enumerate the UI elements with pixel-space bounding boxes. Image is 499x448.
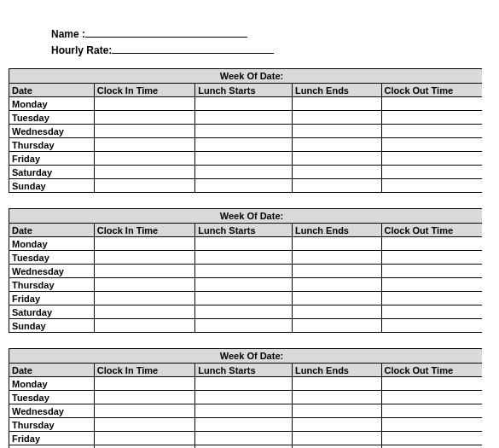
clock-in-column-header: Clock In Time xyxy=(94,84,194,97)
time-cell[interactable] xyxy=(94,278,194,292)
table-row: Monday xyxy=(9,377,483,391)
time-cell[interactable] xyxy=(293,404,382,418)
time-cell[interactable] xyxy=(94,97,194,111)
time-cell[interactable] xyxy=(195,445,293,449)
time-cell[interactable] xyxy=(94,152,194,166)
time-cell[interactable] xyxy=(94,125,194,138)
time-cell[interactable] xyxy=(94,418,194,432)
week-table: Week Of Date:DateClock In TimeLunch Star… xyxy=(9,68,482,193)
time-cell[interactable] xyxy=(381,97,482,111)
time-cell[interactable] xyxy=(381,152,482,166)
time-cell[interactable] xyxy=(293,278,382,292)
table-row: Sunday xyxy=(9,319,483,333)
time-cell[interactable] xyxy=(381,265,482,278)
time-cell[interactable] xyxy=(381,251,482,265)
time-cell[interactable] xyxy=(381,319,482,333)
time-cell[interactable] xyxy=(293,391,382,404)
name-label: Name : xyxy=(51,28,85,40)
time-cell[interactable] xyxy=(94,111,194,125)
time-cell[interactable] xyxy=(293,432,382,445)
time-cell[interactable] xyxy=(293,111,382,125)
time-cell[interactable] xyxy=(195,278,293,292)
table-row: Thursday xyxy=(9,278,483,292)
time-cell[interactable] xyxy=(94,292,194,305)
time-cell[interactable] xyxy=(381,418,482,432)
time-cell[interactable] xyxy=(94,251,194,265)
time-cell[interactable] xyxy=(381,305,482,319)
time-cell[interactable] xyxy=(94,432,194,445)
time-cell[interactable] xyxy=(381,138,482,152)
time-cell[interactable] xyxy=(381,404,482,418)
time-cell[interactable] xyxy=(381,125,482,138)
time-cell[interactable] xyxy=(195,166,293,179)
time-cell[interactable] xyxy=(293,97,382,111)
time-cell[interactable] xyxy=(195,432,293,445)
time-cell[interactable] xyxy=(293,377,382,391)
time-cell[interactable] xyxy=(293,305,382,319)
time-cell[interactable] xyxy=(293,125,382,138)
time-cell[interactable] xyxy=(94,138,194,152)
time-cell[interactable] xyxy=(94,166,194,179)
time-cell[interactable] xyxy=(195,292,293,305)
clock-in-column-header: Clock In Time xyxy=(94,224,194,237)
time-cell[interactable] xyxy=(381,445,482,449)
time-cell[interactable] xyxy=(195,305,293,319)
time-cell[interactable] xyxy=(94,179,194,193)
lunch-starts-column-header: Lunch Starts xyxy=(195,224,293,237)
time-cell[interactable] xyxy=(293,138,382,152)
time-cell[interactable] xyxy=(195,418,293,432)
time-cell[interactable] xyxy=(381,111,482,125)
time-cell[interactable] xyxy=(195,97,293,111)
time-cell[interactable] xyxy=(293,166,382,179)
time-cell[interactable] xyxy=(195,152,293,166)
time-cell[interactable] xyxy=(293,445,382,449)
time-cell[interactable] xyxy=(381,278,482,292)
time-cell[interactable] xyxy=(381,377,482,391)
time-cell[interactable] xyxy=(195,251,293,265)
time-cell[interactable] xyxy=(94,319,194,333)
time-cell[interactable] xyxy=(195,265,293,278)
time-cell[interactable] xyxy=(195,404,293,418)
time-cell[interactable] xyxy=(94,404,194,418)
time-cell[interactable] xyxy=(195,391,293,404)
date-column-header: Date xyxy=(9,364,95,377)
time-cell[interactable] xyxy=(94,445,194,449)
time-cell[interactable] xyxy=(293,265,382,278)
time-cell[interactable] xyxy=(195,125,293,138)
time-cell[interactable] xyxy=(381,432,482,445)
time-cell[interactable] xyxy=(94,391,194,404)
time-cell[interactable] xyxy=(195,138,293,152)
time-cell[interactable] xyxy=(195,111,293,125)
time-cell[interactable] xyxy=(293,237,382,251)
name-input-line[interactable] xyxy=(85,26,247,38)
time-cell[interactable] xyxy=(381,391,482,404)
time-cell[interactable] xyxy=(94,237,194,251)
time-cell[interactable] xyxy=(381,237,482,251)
time-cell[interactable] xyxy=(195,179,293,193)
time-cell[interactable] xyxy=(94,265,194,278)
table-row: Thursday xyxy=(9,418,483,432)
time-cell[interactable] xyxy=(381,292,482,305)
time-cell[interactable] xyxy=(293,251,382,265)
day-cell: Thursday xyxy=(9,278,95,292)
time-cell[interactable] xyxy=(381,179,482,193)
time-cell[interactable] xyxy=(195,237,293,251)
time-cell[interactable] xyxy=(381,166,482,179)
time-cell[interactable] xyxy=(94,305,194,319)
time-cell[interactable] xyxy=(94,377,194,391)
day-cell: Saturday xyxy=(9,445,95,449)
clock-out-column-header: Clock Out Time xyxy=(381,84,482,97)
lunch-starts-column-header: Lunch Starts xyxy=(195,364,293,377)
time-cell[interactable] xyxy=(293,292,382,305)
time-cell[interactable] xyxy=(293,179,382,193)
week-of-date-header: Week Of Date: xyxy=(9,349,483,364)
time-cell[interactable] xyxy=(293,152,382,166)
time-cell[interactable] xyxy=(293,319,382,333)
table-row: Friday xyxy=(9,152,483,166)
hourly-rate-input-line[interactable] xyxy=(112,42,274,54)
table-row: Friday xyxy=(9,292,483,305)
time-cell[interactable] xyxy=(293,418,382,432)
time-cell[interactable] xyxy=(195,377,293,391)
week-table: Week Of Date:DateClock In TimeLunch Star… xyxy=(9,208,482,333)
time-cell[interactable] xyxy=(195,319,293,333)
